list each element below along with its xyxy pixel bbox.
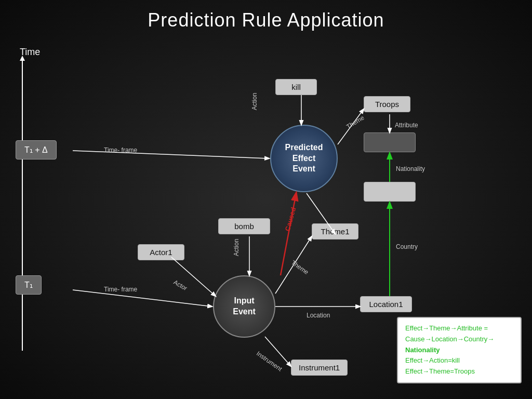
svg-line-0	[73, 151, 269, 158]
actor1-box: Actor1	[138, 244, 184, 260]
predicted-event-circle: Predicted Effect Event	[270, 125, 338, 192]
time-axis: Time	[20, 47, 40, 351]
label-action-bottom: Action	[233, 239, 240, 256]
nationality-box	[364, 182, 416, 202]
label-nationality-top: Nationality	[396, 165, 425, 172]
legend-line4: Effect→Action=kill	[405, 356, 460, 364]
label-instrument: Instrument	[255, 350, 283, 373]
kill-box: kill	[275, 79, 317, 95]
theme1-box: Theme1	[312, 223, 358, 240]
legend-line1: Effect→Theme→Attribute =	[405, 324, 488, 332]
legend-line5: Effect→Theme=Troops	[405, 367, 475, 375]
svg-line-8	[171, 257, 216, 296]
label-attribute-top: Attribute	[395, 122, 418, 129]
bomb-box: bomb	[218, 218, 270, 234]
label-location: Location	[307, 312, 330, 319]
label-action-top: Action	[251, 93, 258, 110]
label-caused: Caused	[284, 206, 298, 232]
time-axis-line	[22, 60, 23, 351]
label-theme-top: Theme	[345, 114, 365, 130]
legend-line3: Nationality	[405, 346, 440, 354]
input-event-circle: Input Event	[213, 275, 275, 338]
label-country: Country	[396, 243, 418, 250]
legend-box: Effect→Theme→Attribute = Cause→Location→…	[397, 317, 522, 383]
page-title: Prediction Rule Application	[0, 0, 532, 31]
label-theme-bottom: Theme	[290, 259, 310, 276]
instrument1-box: Instrument1	[291, 360, 348, 376]
legend-line2: Cause→Location→Country→	[405, 335, 494, 343]
time-box-t1: T₁	[16, 275, 42, 295]
label-timeframe-top: Time- frame	[104, 147, 137, 154]
troops-box: Troops	[364, 96, 410, 112]
attribute-box	[364, 132, 416, 152]
location1-box: Location1	[360, 296, 412, 312]
label-actor: Actor	[172, 278, 189, 292]
label-timeframe-bottom: Time- frame	[104, 286, 137, 293]
svg-line-1	[73, 290, 212, 307]
time-box-t1-delta: T₁ + Δ	[16, 140, 57, 159]
